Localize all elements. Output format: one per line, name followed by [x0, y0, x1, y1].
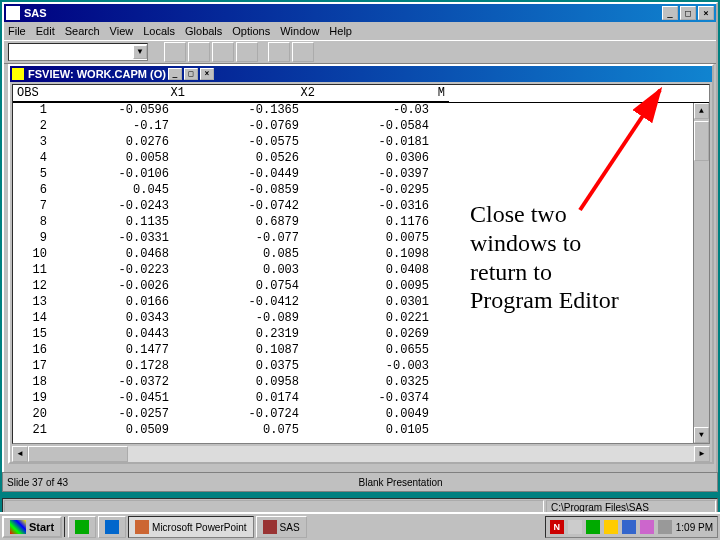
- tray-user-icon[interactable]: [658, 520, 672, 534]
- menu-globals[interactable]: Globals: [185, 25, 222, 37]
- cell-x1: 0.0468: [59, 247, 189, 263]
- cell-x1: 0.0058: [59, 151, 189, 167]
- cell-obs: 15: [13, 327, 59, 343]
- table-row[interactable]: 210.05090.0750.0105: [13, 423, 709, 439]
- cell-obs: 10: [13, 247, 59, 263]
- cell-m: -0.0374: [319, 391, 449, 407]
- cell-obs: 6: [13, 183, 59, 199]
- cell-x2: -0.089: [189, 311, 319, 327]
- inner-titlebar[interactable]: FSVIEW: WORK.CAPM (O) _ □ ×: [10, 66, 712, 82]
- presentation-title: Blank Presentation: [359, 477, 443, 488]
- system-tray: N 1:09 PM: [545, 516, 718, 538]
- tray-speaker-icon[interactable]: [568, 520, 582, 534]
- cell-obs: 1: [13, 103, 59, 119]
- sas-taskbar-icon: [263, 520, 277, 534]
- toolbar-btn-5[interactable]: [268, 42, 290, 62]
- cell-m: -0.0584: [319, 119, 449, 135]
- cell-x2: -0.0742: [189, 199, 319, 215]
- outer-close-button[interactable]: ×: [698, 6, 714, 20]
- menubar: File Edit Search View Locals Globals Opt…: [4, 22, 716, 40]
- toolbar-combo[interactable]: ▼: [8, 43, 148, 61]
- cell-obs: 14: [13, 311, 59, 327]
- toolbar-btn-1[interactable]: [164, 42, 186, 62]
- menu-locals[interactable]: Locals: [143, 25, 175, 37]
- sas-app-icon: [6, 6, 20, 20]
- table-row[interactable]: 2-0.17-0.0769-0.0584: [13, 119, 709, 135]
- cell-obs: 9: [13, 231, 59, 247]
- inner-close-button[interactable]: ×: [200, 68, 214, 80]
- vertical-scrollbar[interactable]: ▲ ▼: [693, 103, 709, 443]
- inner-maximize-button[interactable]: □: [184, 68, 198, 80]
- taskbar-label-sas: SAS: [280, 522, 300, 533]
- table-row[interactable]: 150.04430.23190.0269: [13, 327, 709, 343]
- scroll-right-arrow-icon[interactable]: ►: [694, 446, 710, 462]
- horizontal-scrollbar[interactable]: ◄ ►: [12, 446, 710, 462]
- outer-maximize-button[interactable]: □: [680, 6, 696, 20]
- quick-launch-1[interactable]: [68, 516, 96, 538]
- start-label: Start: [29, 521, 54, 533]
- table-row[interactable]: 160.14770.10870.0655: [13, 343, 709, 359]
- hscroll-thumb[interactable]: [28, 446, 128, 462]
- taskbar-clock[interactable]: 1:09 PM: [676, 522, 713, 533]
- toolbar-btn-3[interactable]: [212, 42, 234, 62]
- cell-x1: -0.0372: [59, 375, 189, 391]
- table-row[interactable]: 170.17280.0375-0.003: [13, 359, 709, 375]
- cell-obs: 11: [13, 263, 59, 279]
- cell-obs: 19: [13, 391, 59, 407]
- menu-options[interactable]: Options: [232, 25, 270, 37]
- table-row[interactable]: 18-0.03720.09580.0325: [13, 375, 709, 391]
- scroll-down-arrow-icon[interactable]: ▼: [694, 427, 709, 443]
- tray-icon-6[interactable]: [640, 520, 654, 534]
- cell-x1: -0.0451: [59, 391, 189, 407]
- toolbar-btn-6[interactable]: [292, 42, 314, 62]
- cell-x2: 0.075: [189, 423, 319, 439]
- cell-x1: 0.1477: [59, 343, 189, 359]
- table-row[interactable]: 60.045-0.0859-0.0295: [13, 183, 709, 199]
- cell-m: 0.0301: [319, 295, 449, 311]
- column-headers: OBS X1 X2 M: [13, 85, 709, 103]
- taskbar-divider: [64, 517, 66, 537]
- toolbar-btn-4[interactable]: [236, 42, 258, 62]
- cell-m: -0.0295: [319, 183, 449, 199]
- taskbar-item-sas[interactable]: SAS: [256, 516, 307, 538]
- cell-obs: 2: [13, 119, 59, 135]
- cell-m: 0.0306: [319, 151, 449, 167]
- table-row[interactable]: 40.00580.05260.0306: [13, 151, 709, 167]
- menu-file[interactable]: File: [8, 25, 26, 37]
- cell-m: -0.0181: [319, 135, 449, 151]
- table-row[interactable]: 30.0276-0.0575-0.0181: [13, 135, 709, 151]
- outer-titlebar[interactable]: SAS _ □ ×: [4, 4, 716, 22]
- tray-n-icon[interactable]: N: [550, 520, 564, 534]
- chevron-down-icon[interactable]: ▼: [133, 45, 147, 59]
- cell-x1: 0.1728: [59, 359, 189, 375]
- menu-search[interactable]: Search: [65, 25, 100, 37]
- cell-x2: 0.0526: [189, 151, 319, 167]
- tray-icon-4[interactable]: [604, 520, 618, 534]
- outer-minimize-button[interactable]: _: [662, 6, 678, 20]
- cell-x1: -0.0243: [59, 199, 189, 215]
- cell-x1: 0.0343: [59, 311, 189, 327]
- taskbar-item-powerpoint[interactable]: Microsoft PowerPoint: [128, 516, 253, 538]
- table-row[interactable]: 19-0.04510.0174-0.0374: [13, 391, 709, 407]
- vscroll-thumb[interactable]: [694, 121, 709, 161]
- toolbar-btn-2[interactable]: [188, 42, 210, 62]
- table-row[interactable]: 5-0.0106-0.0449-0.0397: [13, 167, 709, 183]
- scroll-left-arrow-icon[interactable]: ◄: [12, 446, 28, 462]
- scroll-up-arrow-icon[interactable]: ▲: [694, 103, 709, 119]
- inner-title-text: FSVIEW: WORK.CAPM (O): [28, 68, 166, 80]
- tray-net-icon[interactable]: [586, 520, 600, 534]
- cell-x1: 0.0443: [59, 327, 189, 343]
- menu-edit[interactable]: Edit: [36, 25, 55, 37]
- quick-launch-2[interactable]: [98, 516, 126, 538]
- tray-icon-5[interactable]: [622, 520, 636, 534]
- cell-x2: -0.0859: [189, 183, 319, 199]
- menu-view[interactable]: View: [110, 25, 134, 37]
- table-row[interactable]: 20-0.0257-0.07240.0049: [13, 407, 709, 423]
- table-row[interactable]: 1-0.0596-0.1365-0.03: [13, 103, 709, 119]
- hscroll-track[interactable]: [28, 446, 694, 462]
- start-button[interactable]: Start: [2, 516, 62, 538]
- menu-window[interactable]: Window: [280, 25, 319, 37]
- inner-minimize-button[interactable]: _: [168, 68, 182, 80]
- cell-obs: 13: [13, 295, 59, 311]
- menu-help[interactable]: Help: [329, 25, 352, 37]
